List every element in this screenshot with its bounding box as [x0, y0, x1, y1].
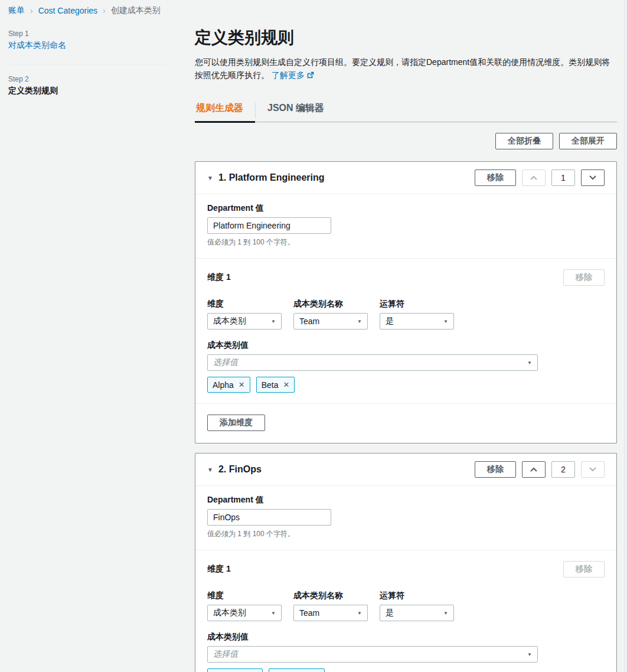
section-divider — [195, 403, 616, 404]
breadcrumb-current: 创建成本类别 — [111, 5, 161, 16]
cost-category-name-label: 成本类别名称 — [293, 299, 368, 309]
rule-card-1-title[interactable]: ▼ 1. Platform Engineering — [207, 172, 325, 183]
cost-category-name-select-value: Team — [299, 608, 319, 618]
value-tag: FinOps-1 ✕ — [207, 668, 263, 672]
rule-card-1: ▼ 1. Platform Engineering 移除 1 Departmen… — [195, 161, 617, 443]
cost-category-value-placeholder: 选择值 — [213, 357, 238, 368]
operator-label: 运算符 — [380, 299, 454, 309]
rule-card-2: ▼ 2. FinOps 移除 2 Department 值 值必须为 1 到 1… — [195, 453, 617, 672]
value-tag: FinOps-2 ✕ — [269, 668, 324, 672]
dimension-field: 维度 成本类别 ▼ — [207, 591, 282, 621]
operator-select-value: 是 — [386, 316, 394, 327]
dimension-select[interactable]: 成本类别 ▼ — [207, 313, 282, 330]
breadcrumb-billing-link[interactable]: 账单 — [8, 5, 25, 16]
page-title: 定义类别规则 — [195, 27, 617, 48]
dismiss-tag-icon[interactable]: ✕ — [283, 381, 290, 389]
tab-json-editor[interactable]: JSON 编辑器 — [256, 97, 336, 122]
department-value-input[interactable] — [207, 217, 331, 234]
rule-card-1-header: ▼ 1. Platform Engineering 移除 1 — [195, 162, 616, 194]
operator-label: 运算符 — [380, 591, 454, 601]
learn-more-link[interactable]: 了解更多 — [272, 70, 305, 80]
dimension-field: 维度 成本类别 ▼ — [207, 299, 282, 330]
collapse-all-button[interactable]: 全部折叠 — [495, 133, 553, 149]
move-up-button[interactable] — [522, 461, 546, 478]
external-link-icon — [307, 69, 314, 82]
caret-down-icon: ▼ — [357, 611, 362, 616]
cost-category-name-select[interactable]: Team ▼ — [293, 605, 368, 621]
dimension-label: 维度 — [207, 299, 282, 309]
move-down-button[interactable] — [581, 169, 605, 186]
dimension-section-title: 维度 1 — [207, 564, 231, 575]
section-divider — [195, 550, 616, 550]
value-tag-label: Alpha — [213, 380, 234, 390]
remove-dimension-button[interactable]: 移除 — [563, 269, 605, 286]
step1-label: Step 1 — [8, 30, 168, 38]
operator-select[interactable]: 是 ▼ — [380, 605, 454, 621]
cost-category-value-label: 成本类别值 — [207, 632, 605, 642]
rule-card-2-title-text: 2. FinOps — [218, 464, 262, 475]
expand-all-button[interactable]: 全部展开 — [559, 133, 617, 149]
dimension-select-value: 成本类别 — [213, 316, 246, 327]
caret-down-icon: ▼ — [527, 360, 532, 366]
collapse-expand-actions: 全部折叠 全部展开 — [195, 133, 617, 149]
department-value-label: Department 值 — [207, 495, 605, 505]
tab-rule-builder[interactable]: 规则生成器 — [195, 97, 255, 122]
cost-category-name-label: 成本类别名称 — [293, 591, 368, 601]
move-down-button[interactable] — [581, 461, 605, 478]
breadcrumb-separator-icon: › — [103, 6, 106, 15]
rule-card-2-body: Department 值 值必须为 1 到 100 个字符。 维度 1 移除 维… — [195, 486, 616, 672]
cost-category-value-select[interactable]: 选择值 ▼ — [207, 354, 538, 371]
dismiss-tag-icon[interactable]: ✕ — [239, 381, 245, 389]
value-tag: Alpha ✕ — [207, 377, 250, 393]
value-tag: Beta ✕ — [256, 377, 295, 393]
cost-category-name-field: 成本类别名称 Team ▼ — [293, 299, 368, 330]
caret-down-icon: ▼ — [271, 611, 276, 616]
remove-rule-button[interactable]: 移除 — [475, 169, 516, 186]
step1-link[interactable]: 对成本类别命名 — [8, 40, 168, 51]
cost-category-name-select[interactable]: Team ▼ — [293, 313, 368, 330]
caret-down-icon: ▼ — [443, 611, 448, 616]
scrollbar-track[interactable] — [624, 0, 627, 672]
tabs-bar: 规则生成器 JSON 编辑器 — [195, 97, 617, 122]
value-tag-label: Beta — [262, 380, 279, 390]
department-value-input[interactable] — [207, 509, 331, 526]
rule-card-1-body: Department 值 值必须为 1 到 100 个字符。 维度 1 移除 维… — [195, 194, 616, 443]
dimension-section-header: 维度 1 移除 — [207, 561, 605, 578]
rule-order-box: 2 — [551, 461, 575, 478]
page-description: 您可以使用类别规则生成自定义行项目组。要定义规则，请指定Department值和… — [195, 56, 617, 82]
dimension-select[interactable]: 成本类别 ▼ — [207, 605, 282, 621]
selected-values-tags: Alpha ✕ Beta ✕ — [207, 377, 605, 393]
collapse-triangle-icon: ▼ — [207, 175, 213, 181]
rule-card-2-header-buttons: 移除 2 — [475, 461, 605, 478]
main-content: 定义类别规则 您可以使用类别规则生成自定义行项目组。要定义规则，请指定Depar… — [195, 0, 617, 672]
selected-values-tags: FinOps-1 ✕ FinOps-2 ✕ — [207, 668, 605, 672]
department-value-label: Department 值 — [207, 203, 605, 214]
rule-order-box: 1 — [551, 169, 575, 186]
cost-category-value-select[interactable]: 选择值 ▼ — [207, 646, 538, 663]
operator-field: 运算符 是 ▼ — [380, 591, 454, 621]
breadcrumb-separator-icon: › — [30, 6, 33, 15]
cost-category-name-select-value: Team — [299, 317, 319, 326]
caret-down-icon: ▼ — [443, 319, 448, 324]
cost-category-value-label: 成本类别值 — [207, 340, 605, 351]
dimension-fields-row: 维度 成本类别 ▼ 成本类别名称 Team ▼ 运算符 是 — [207, 591, 605, 621]
caret-down-icon: ▼ — [271, 319, 276, 324]
remove-dimension-button[interactable]: 移除 — [563, 561, 605, 578]
rule-card-1-title-text: 1. Platform Engineering — [218, 172, 325, 183]
move-up-button[interactable] — [522, 169, 546, 186]
rule-card-2-title[interactable]: ▼ 2. FinOps — [207, 464, 262, 475]
wizard-steps-nav: Step 1 对成本类别命名 Step 2 定义类别规则 — [8, 30, 168, 96]
operator-select-value: 是 — [386, 608, 394, 618]
remove-rule-button[interactable]: 移除 — [475, 461, 516, 478]
section-divider — [195, 258, 616, 259]
steps-divider — [8, 64, 168, 64]
step2-label: Step 2 — [8, 75, 168, 83]
add-dimension-button[interactable]: 添加维度 — [207, 415, 265, 431]
caret-down-icon: ▼ — [357, 319, 362, 324]
operator-select[interactable]: 是 ▼ — [380, 313, 454, 330]
collapse-triangle-icon: ▼ — [207, 467, 213, 473]
rule-card-2-header: ▼ 2. FinOps 移除 2 — [195, 454, 616, 486]
breadcrumb-cost-categories-link[interactable]: Cost Categories — [38, 6, 97, 15]
dimension-fields-row: 维度 成本类别 ▼ 成本类别名称 Team ▼ 运算符 是 — [207, 299, 605, 330]
department-value-helper: 值必须为 1 到 100 个字符。 — [207, 529, 605, 539]
